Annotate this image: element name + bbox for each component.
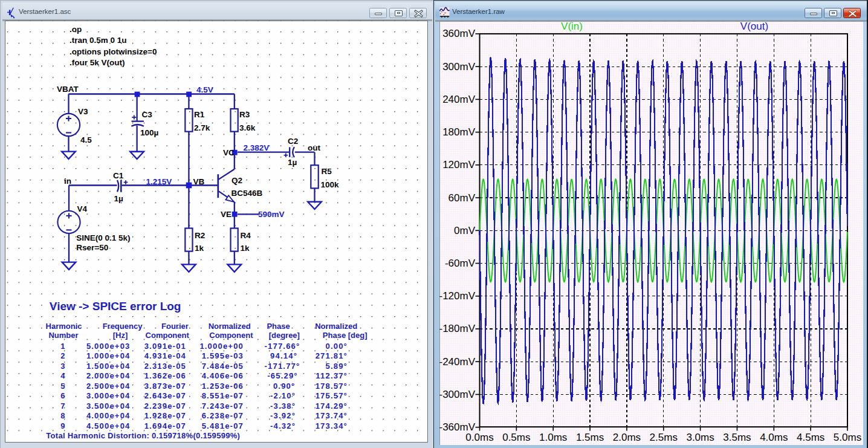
svg-text:Phase [deg]: Phase [deg] [323,331,368,340]
svg-text:1.362e-06: 1.362e-06 [144,371,186,380]
svg-text:R3: R3 [239,110,250,119]
svg-text:100k: 100k [321,180,340,189]
svg-text:1.000e+00: 1.000e+00 [199,342,244,351]
svg-text:4: 4 [60,371,65,380]
svg-text:1.500e+04: 1.500e+04 [86,362,131,371]
svg-text:Frequency: Frequency [103,322,143,331]
svg-text:Normalized: Normalized [315,322,357,331]
svg-text:-2.10°: -2.10° [270,391,296,400]
svg-text:5.481e-07: 5.481e-07 [202,421,244,430]
svg-text:2.382V: 2.382V [244,143,270,152]
svg-text:R1: R1 [194,110,205,119]
svg-text:.four 5k V(out): .four 5k V(out) [70,58,125,67]
svg-text:3.000e+04: 3.000e+04 [86,391,131,400]
svg-text:VE: VE [221,210,232,219]
svg-text:C2: C2 [288,137,298,146]
svg-text:120mV: 120mV [442,159,476,170]
svg-text:173.34°: 173.34° [316,421,348,430]
svg-text:Component: Component [146,331,190,340]
svg-text:.tran 0.5m 0 1u: .tran 0.5m 0 1u [70,36,127,45]
svg-text:1.215V: 1.215V [146,177,172,186]
svg-text:-300mV: -300mV [439,389,475,400]
svg-text:1.0ms: 1.0ms [539,432,567,443]
svg-text:2.0ms: 2.0ms [613,432,641,443]
svg-text:360mV: 360mV [442,28,476,39]
svg-text:7: 7 [60,401,65,411]
svg-text:1.928e-07: 1.928e-07 [144,411,186,420]
svg-text:.options plotwinsize=0: .options plotwinsize=0 [70,47,157,56]
svg-text:1.595e-03: 1.595e-03 [202,351,244,360]
svg-text:R2: R2 [195,231,205,240]
svg-text:-180mV: -180mV [439,323,475,334]
svg-text:R5: R5 [322,167,332,176]
svg-text:3.873e-07: 3.873e-07 [144,381,186,391]
svg-text:4.5V: 4.5V [196,85,213,94]
svg-text:100µ: 100µ [140,128,158,137]
svg-text:6.238e-07: 6.238e-07 [202,411,244,420]
svg-text:3: 3 [60,362,65,371]
svg-text:-177.66°: -177.66° [265,342,300,351]
svg-text:4.5ms: 4.5ms [797,432,824,443]
svg-text:94.14°: 94.14° [270,351,297,360]
svg-text:2.5ms: 2.5ms [650,432,678,443]
svg-text:112.37°: 112.37° [316,371,348,380]
svg-text:4.931e-04: 4.931e-04 [144,351,186,360]
svg-text:1k: 1k [195,244,204,253]
svg-text:4.000e+04: 4.000e+04 [86,411,131,420]
svg-text:173.74°: 173.74° [316,411,348,420]
svg-text:2.239e-07: 2.239e-07 [144,401,186,411]
svg-text:-171.77°: -171.77° [265,362,300,371]
svg-text:5.000e+03: 5.000e+03 [86,342,131,351]
svg-text:3.091e-01: 3.091e-01 [144,342,186,351]
svg-text:V(out): V(out) [740,21,768,32]
svg-text:[Hz]: [Hz] [113,331,128,340]
svg-text:2.500e+04: 2.500e+04 [86,381,131,391]
svg-text:2.000e+04: 2.000e+04 [86,371,131,380]
svg-text:0.0ms: 0.0ms [465,432,493,443]
svg-text:VBAT: VBAT [57,85,79,94]
svg-text:3.5ms: 3.5ms [723,432,751,443]
svg-text:1.694e-07: 1.694e-07 [144,421,186,430]
svg-text:300mV: 300mV [442,61,476,73]
svg-text:-4.32°: -4.32° [270,421,296,430]
svg-text:SINE(0 0.1 5k): SINE(0 0.1 5k) [76,233,130,242]
svg-text:1.5ms: 1.5ms [576,432,604,443]
svg-text:C3: C3 [142,110,153,119]
svg-text:[degree]: [degree] [269,331,300,340]
svg-text:VC: VC [223,148,235,157]
svg-text:175.57°: 175.57° [316,391,348,400]
svg-text:60mV: 60mV [449,192,476,204]
svg-text:Rser=50: Rser=50 [76,243,108,252]
svg-text:V(in): V(in) [561,21,583,32]
svg-text:0mV: 0mV [454,225,476,236]
svg-text:6: 6 [60,391,65,400]
svg-text:2.313e-05: 2.313e-05 [144,362,186,371]
svg-text:VB: VB [193,177,205,186]
svg-text:5.89°: 5.89° [325,362,348,371]
svg-text:3.0ms: 3.0ms [686,432,714,443]
svg-text:V4: V4 [77,204,88,213]
svg-text:1µ: 1µ [114,194,123,203]
svg-text:4.0ms: 4.0ms [760,432,788,443]
svg-text:240mV: 240mV [442,94,476,105]
svg-text:1: 1 [60,342,65,351]
svg-text:Number: Number [48,331,78,340]
svg-text:View -> SPICE error Log: View -> SPICE error Log [50,300,181,313]
svg-text:Normalized: Normalized [209,322,251,331]
svg-text:.op: .op [70,25,82,34]
svg-text:3.6k: 3.6k [239,123,256,132]
svg-text:174.29°: 174.29° [316,401,348,411]
svg-text:C1: C1 [113,171,124,180]
svg-text:0.90°: 0.90° [273,381,296,391]
svg-text:Harmonic: Harmonic [46,322,82,331]
svg-text:0.00°: 0.00° [325,342,348,351]
svg-text:1.253e-06: 1.253e-06 [202,381,244,391]
svg-text:Fourier: Fourier [161,322,189,331]
svg-text:-65.29°: -65.29° [267,371,297,380]
svg-text:3.500e+04: 3.500e+04 [86,401,131,411]
svg-text:8: 8 [60,411,65,420]
svg-text:BC546B: BC546B [232,189,263,198]
svg-text:4.406e-06: 4.406e-06 [202,371,244,380]
svg-text:Component: Component [209,331,253,340]
svg-text:V3: V3 [78,107,88,116]
